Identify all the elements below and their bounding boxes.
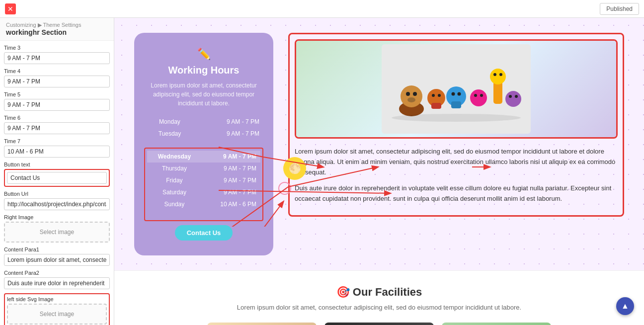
time7-input[interactable] <box>4 146 110 158</box>
svg-point-22 <box>509 95 512 98</box>
schedule-row-thursday: Thursday 9 AM - 7 PM <box>147 162 260 174</box>
top-bar-left: ✕ <box>5 3 16 14</box>
published-button[interactable]: Published <box>600 3 639 15</box>
right-image-group: Right Image Select image <box>4 214 110 243</box>
svg-point-16 <box>480 94 483 97</box>
content-para2-label: Content Para2 <box>4 270 110 276</box>
svg-point-4 <box>413 92 417 96</box>
day-tuesday: Tuesday <box>144 128 195 140</box>
card-description: Lorem ipsum dolor sit amet, consectetur … <box>144 81 263 108</box>
time-monday: 9 AM - 7 PM <box>195 116 263 128</box>
time4-group: Time 4 <box>4 68 110 87</box>
time6-label: Time 6 <box>4 115 110 121</box>
button-text-label: Button text <box>4 162 110 167</box>
yellow-bubble: 🌕 <box>283 157 306 180</box>
button-text-highlight <box>4 169 110 187</box>
facility-image-bear <box>207 323 317 325</box>
facilities-grid <box>129 323 629 325</box>
right-image-select[interactable]: Select image <box>4 222 110 243</box>
svg-point-18 <box>490 69 506 84</box>
decorative-bubbles: 🌕 <box>283 157 306 195</box>
time3-label: Time 3 <box>4 45 110 51</box>
facility-image-dark <box>324 323 434 325</box>
schedule-row-tuesday: Tuesday 9 AM - 7 PM <box>144 128 263 140</box>
content-para1-group: Content Para1 <box>4 246 110 266</box>
svg-point-8 <box>438 94 441 97</box>
time4-label: Time 4 <box>4 68 110 74</box>
contact-us-button[interactable]: Contact Us <box>175 225 233 241</box>
facilities-title-text: Our Facilities <box>353 286 422 298</box>
time4-input[interactable] <box>4 76 110 87</box>
left-svg-select[interactable]: Select image <box>7 304 107 325</box>
schedule-row-sunday: Sunday 10 AM - 6 PM <box>147 198 260 210</box>
svg-point-20 <box>499 73 502 76</box>
time-thursday: 9 AM - 7 PM <box>202 162 260 174</box>
scroll-top-button[interactable]: ▲ <box>616 297 634 315</box>
svg-rect-9 <box>431 103 441 109</box>
toy-image-placeholder <box>296 41 616 138</box>
working-hours-section: ✏️ Working Hours Lorem ipsum dolor sit a… <box>114 18 644 270</box>
day-monday: Monday <box>144 116 195 128</box>
right-text-content: Lorem ipsum dolor sit amet, consectetur … <box>295 147 618 204</box>
close-button[interactable]: ✕ <box>5 3 16 14</box>
svg-point-3 <box>406 92 410 96</box>
svg-point-14 <box>470 89 487 106</box>
svg-point-19 <box>493 73 496 76</box>
svg-point-2 <box>401 85 422 107</box>
preview-area: ✏️ Working Hours Lorem ipsum dolor sit a… <box>114 18 644 325</box>
svg-point-15 <box>474 94 477 97</box>
day-friday: Friday <box>147 174 202 186</box>
toy-illustration <box>382 44 531 134</box>
pink-circle <box>278 182 291 195</box>
time-wednesday: 9 AM - 7 PM <box>202 151 260 162</box>
schedule-table: Monday 9 AM - 7 PM Tuesday 9 AM - 7 PM <box>144 116 263 140</box>
schedule-row-wednesday: Wednesday 9 AM - 7 PM <box>147 151 260 162</box>
sidebar-content: Time 3 Time 4 Time 5 Time 6 Time 7 Bu <box>0 41 114 325</box>
button-url-input[interactable] <box>4 198 110 210</box>
svg-point-11 <box>452 92 455 96</box>
content-para1-input[interactable] <box>4 254 110 266</box>
time5-label: Time 5 <box>4 91 110 97</box>
content-para2-input[interactable] <box>4 277 110 289</box>
content-para1-label: Content Para1 <box>4 246 110 252</box>
button-url-group: Button Url <box>4 191 110 210</box>
facilities-icon: 🎯 <box>336 286 350 298</box>
working-hours-card: ✏️ Working Hours Lorem ipsum dolor sit a… <box>134 33 273 255</box>
right-para2: Duis aute irure dolor in reprehenderit i… <box>295 183 618 204</box>
svg-point-7 <box>432 94 435 97</box>
day-thursday: Thursday <box>147 162 202 174</box>
content-para2-group: Content Para2 <box>4 270 110 289</box>
time3-input[interactable] <box>4 52 110 64</box>
schedule-highlight-box: Wednesday 9 AM - 7 PM Thursday 9 AM - 7 … <box>144 148 263 221</box>
sidebar-header: Customizing ▶ Theme Settings workinghr S… <box>0 18 114 41</box>
svg-point-24 <box>392 114 521 122</box>
time5-input[interactable] <box>4 99 110 111</box>
time7-group: Time 7 <box>4 138 110 158</box>
right-image-label: Right Image <box>4 214 110 220</box>
sidebar: Customizing ▶ Theme Settings workinghr S… <box>0 18 114 325</box>
facilities-section: 🎯 Our Facilities Lorem ipsum dolor sit a… <box>114 270 644 325</box>
time6-group: Time 6 <box>4 115 110 134</box>
right-content-section: Lorem ipsum dolor sit amet, consectetur … <box>288 33 624 217</box>
facility-image-girl <box>442 323 551 325</box>
section-title: workinghr Section <box>6 28 108 36</box>
svg-point-21 <box>505 91 521 107</box>
day-wednesday: Wednesday <box>147 151 202 162</box>
time-saturday: 9 AM - 7 PM <box>202 186 260 198</box>
button-url-label: Button Url <box>4 191 110 197</box>
schedule-row-friday: Friday 9 AM - 7 PM <box>147 174 260 186</box>
right-image <box>295 39 618 139</box>
time7-label: Time 7 <box>4 138 110 144</box>
schedule-table-highlighted: Wednesday 9 AM - 7 PM Thursday 9 AM - 7 … <box>147 151 260 210</box>
time-tuesday: 9 AM - 7 PM <box>195 128 263 140</box>
svg-point-5 <box>407 97 415 102</box>
time6-input[interactable] <box>4 122 110 134</box>
time3-group: Time 3 <box>4 45 110 64</box>
card-edit-icon: ✏️ <box>144 48 263 61</box>
schedule-row-saturday: Saturday 9 AM - 7 PM <box>147 186 260 198</box>
right-para1: Lorem ipsum dolor sit amet, consectetur … <box>295 147 618 177</box>
schedule-row-monday: Monday 9 AM - 7 PM <box>144 116 263 128</box>
time-sunday: 10 AM - 6 PM <box>202 198 260 210</box>
facilities-description: Lorem ipsum dolor sit amet, consectetur … <box>129 303 629 313</box>
button-text-input[interactable] <box>7 172 107 184</box>
